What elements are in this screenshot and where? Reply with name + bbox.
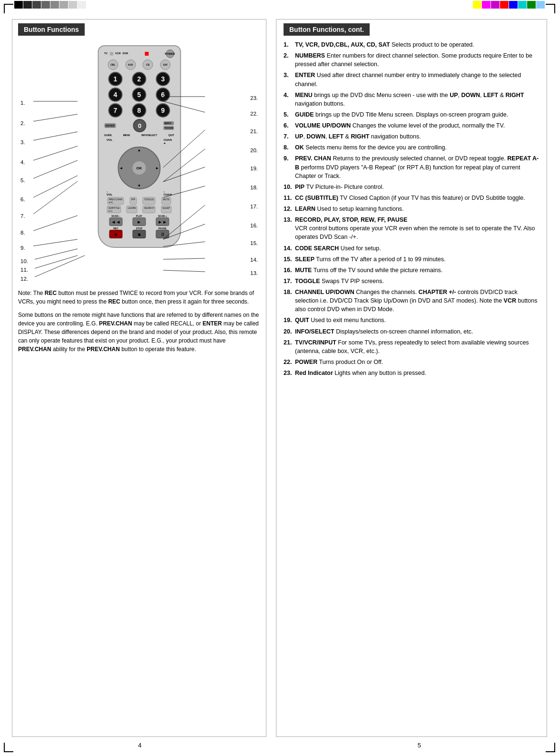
lbl-5: 5.: [20, 177, 25, 183]
lbl-20: 20.: [250, 147, 258, 153]
lbl-2: 2.: [20, 120, 25, 126]
svg-line-4: [33, 160, 78, 178]
lbl-19: 19.: [250, 166, 258, 171]
function-item-17: 17. TOGGLE Swaps TV PIP screens.: [284, 277, 539, 285]
right-section-header: Button Functions, cont.: [284, 23, 370, 36]
lbl-15: 15.: [250, 240, 258, 246]
function-item-10: 10. PIP TV Picture-in- Picture control.: [284, 183, 539, 191]
remote-subtitle-row: SUBTITLE(CC) LEARN SEARCH SLEEP: [104, 206, 174, 213]
remote-vol-chan-labels: VOL CHAN+: [104, 138, 174, 146]
lbl-13: 13.: [250, 270, 258, 276]
lbl-9: 9.: [20, 245, 25, 251]
function-item-13: 13. RECORD, PLAY, STOP, REW, FF, PAUSEVC…: [284, 216, 539, 241]
right-panel: Button Functions, cont. 1. TV, VCR, DVD,…: [276, 19, 547, 737]
notes-section: Note: The REC button must be pressed TWI…: [18, 289, 260, 353]
svg-line-5: [33, 176, 78, 197]
function-item-1: 1. TV, VCR, DVD,CBL, AUX, CD, SAT Select…: [284, 40, 539, 49]
svg-line-9: [35, 249, 78, 259]
remote-numpad: 1 2 3 4 5 6 7 8 9: [104, 72, 174, 118]
lbl-10: 10.: [20, 258, 28, 264]
function-item-19: 19. QUIT Used to exit menu functions.: [284, 316, 539, 324]
svg-line-11: [35, 255, 85, 277]
function-item-12: 12. LEARN Used to setup learning functio…: [284, 205, 539, 213]
remote-body: TV VCR DVR POWER CBL AUX CD SAT: [98, 45, 181, 248]
note-2: Some buttons on the remote might have fu…: [18, 311, 260, 353]
page-number-right: 5: [418, 742, 421, 749]
page-numbers: 4 5: [0, 742, 559, 749]
function-item-6: 6. VOLUME UP/DOWN Changes the volume lev…: [284, 121, 539, 130]
function-item-2: 2. NUMBERS Enter numbers for direct chan…: [284, 51, 539, 69]
lbl-16: 16.: [250, 223, 258, 228]
svg-line-22: [163, 270, 205, 272]
function-item-14: 14. CODE SEARCH Used for setup.: [284, 244, 539, 253]
lbl-7: 7.: [20, 213, 25, 219]
function-item-4: 4. MENU brings up the DVD disc Menu scre…: [284, 91, 539, 108]
lbl-6: 6.: [20, 196, 25, 202]
lbl-23: 23.: [250, 95, 258, 101]
note-1: Note: The REC button must be pressed TWI…: [18, 289, 260, 306]
lbl-1-num: 1.: [20, 100, 25, 106]
lbl-22: 22.: [250, 111, 258, 117]
svg-line-21: [163, 258, 205, 259]
page-number-left: 4: [138, 742, 141, 749]
lbl-11: 11.: [20, 267, 28, 273]
function-item-21: 21. TV/VCR/INPUT For some TVs, press rep…: [284, 338, 539, 355]
lbl-17: 17.: [250, 204, 258, 209]
color-bars-top-right: [473, 1, 545, 9]
function-item-8: 8. OK Selects menu items for the device …: [284, 143, 539, 152]
function-item-18: 18. CHANNEL UP/DOWN Changes the channels…: [284, 288, 539, 314]
svg-line-6: [33, 181, 78, 214]
left-section-header: Button Functions: [18, 23, 85, 36]
function-item-5: 5. GUIDE brings up the DVD Title Menu sc…: [284, 110, 539, 119]
lbl-1: 1.: [20, 100, 25, 106]
function-item-9: 9. PREV. CHAN Returns to the previously …: [284, 154, 539, 180]
lbl-21: 21.: [250, 128, 258, 134]
remote-prevchan-row: PREV.CHAN(PIP) PIP TOGGLE MUTE: [104, 197, 174, 205]
remote-source-row: CBL AUX CD SAT: [104, 59, 174, 70]
remote-guide-row: GUIDE MENU INFO/SELECT QUIT: [104, 134, 174, 137]
remote-top-row: TV VCR DVR POWER: [104, 49, 174, 58]
remote-diagram-area: 1. 2. 3. 4. 5. 6. 7. 8. 9. 10. 11. 12. 2…: [18, 40, 260, 283]
corner-mark-tl: [4, 4, 13, 13]
svg-line-10: [35, 255, 78, 268]
functions-list: 1. TV, VCR, DVD,CBL, AUX, CD, SAT Select…: [284, 40, 539, 377]
svg-line-2: [33, 132, 78, 140]
remote-scan-row: SCAN – ◄◄ PLAY ► SCAN + ►►: [104, 215, 174, 226]
remote-nav-cluster: ▲ ▼ ◄ ► OK: [118, 147, 161, 189]
svg-line-7: [33, 216, 78, 231]
svg-line-1: [33, 114, 78, 121]
function-item-7: 7. UP, DOWN, LEFT & RIGHT navigation but…: [284, 132, 539, 141]
function-item-20: 20. INFO/SELECT Displays/selects on-scre…: [284, 327, 539, 336]
color-bars-top-left: [14, 1, 86, 9]
function-item-23: 23. Red Indicator Lights when any button…: [284, 369, 539, 377]
corner-mark-tr: [546, 4, 555, 13]
function-item-15: 15. SLEEP Turns off the TV after a perio…: [284, 255, 539, 264]
function-item-22: 22. POWER Turns product On or Off.: [284, 358, 539, 366]
remote-vol-minus-chan-labels: –VOL –CHAN: [104, 190, 174, 196]
lbl-8: 8.: [20, 230, 25, 236]
lbl-4: 4.: [20, 159, 25, 165]
svg-line-8: [33, 239, 78, 246]
lbl-14: 14.: [250, 257, 258, 263]
svg-line-3: [33, 146, 78, 160]
page: Button Functions 1. 2. 3. 4. 5. 6. 7. 8.…: [0, 0, 559, 756]
remote-rec-row: REC ● STOP ■ PAUSE ⏸: [104, 227, 174, 238]
lbl-12: 12.: [20, 276, 28, 282]
remote-enter-row: ENTER 0 INPUT TV/VCR: [104, 119, 174, 132]
function-item-3: 3. ENTER Used after direct channel numbe…: [284, 71, 539, 88]
function-item-16: 16. MUTE Turns off the TV sound while th…: [284, 266, 539, 275]
left-panel: Button Functions 1. 2. 3. 4. 5. 6. 7. 8.…: [12, 19, 266, 737]
lbl-18: 18.: [250, 185, 258, 190]
function-item-11: 11. CC (SUBTITLE) TV Closed Caption (if …: [284, 194, 539, 202]
lbl-3: 3.: [20, 139, 25, 145]
